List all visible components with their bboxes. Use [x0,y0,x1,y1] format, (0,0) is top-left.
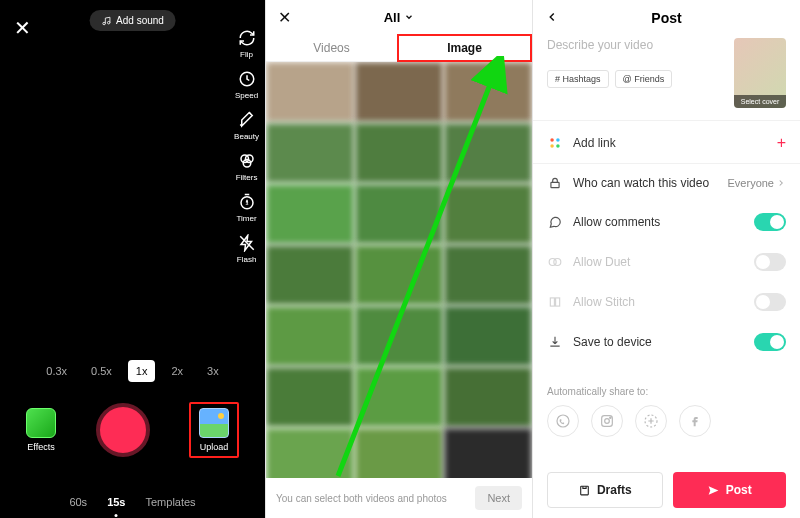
upload-button[interactable]: Upload [199,408,229,452]
sidebar-item-filters[interactable]: Filters [234,151,259,182]
media-cell[interactable] [444,62,532,122]
svg-rect-24 [581,486,589,495]
mode-option[interactable]: 15s [107,496,125,508]
next-button[interactable]: Next [475,486,522,510]
media-cell[interactable] [355,306,443,366]
hashtags-chip[interactable]: # Hashtags [547,70,609,88]
tab-image[interactable]: Image [397,34,532,62]
gallery-picker-screen: ✕ All Videos Image You can select both v… [266,0,533,518]
effects-button[interactable]: Effects [26,408,56,452]
zoom-option[interactable]: 0.5x [83,360,120,382]
record-button[interactable] [96,403,150,457]
cover-thumbnail[interactable]: Select cover [734,38,786,108]
action-bar: Drafts Post [533,462,800,518]
toggle-comments[interactable] [754,213,786,231]
sidebar-item-flash[interactable]: Flash [234,233,259,264]
toggle-stitch[interactable] [754,293,786,311]
mode-option[interactable]: 60s [69,496,87,508]
zoom-option[interactable]: 3x [199,360,227,382]
mode-option[interactable]: Templates [145,496,195,508]
media-cell[interactable] [444,367,532,427]
description-input[interactable]: Describe your video # Hashtags @ Friends [547,38,724,108]
media-cell[interactable] [444,428,532,478]
media-cell[interactable] [355,428,443,478]
picker-hint: You can select both videos and photos [276,493,447,504]
svg-point-0 [102,22,105,25]
picker-header: ✕ All [266,0,532,34]
share-icons [533,405,800,437]
toggle-duet[interactable] [754,253,786,271]
media-cell[interactable] [266,367,354,427]
zoom-option[interactable]: 0.3x [38,360,75,382]
toggle-save[interactable] [754,333,786,351]
media-cell[interactable] [444,245,532,305]
drafts-button[interactable]: Drafts [547,472,663,508]
sidebar-label: Beauty [234,132,259,141]
camera-screen: ✕ Add sound Flip Speed Beauty Filters [0,0,266,518]
sidebar-item-speed[interactable]: Speed [234,69,259,100]
share-more-icon[interactable] [635,405,667,437]
upload-label: Upload [200,442,229,452]
row-add-link[interactable]: Add link + [533,123,800,163]
back-icon[interactable] [545,10,559,24]
flip-icon [237,28,257,48]
media-cell[interactable] [266,306,354,366]
media-cell[interactable] [355,245,443,305]
sidebar-item-flip[interactable]: Flip [234,28,259,59]
svg-point-11 [556,138,560,142]
media-cell[interactable] [355,123,443,183]
sidebar-label: Timer [236,214,256,223]
zoom-option[interactable]: 2x [163,360,191,382]
effects-icon [26,408,56,438]
close-icon[interactable]: ✕ [14,18,31,38]
sidebar-item-beauty[interactable]: Beauty [234,110,259,141]
sidebar-item-timer[interactable]: 3 Timer [234,192,259,223]
add-sound-button[interactable]: Add sound [89,10,176,31]
share-instagram-icon[interactable] [591,405,623,437]
post-button[interactable]: Post [673,472,787,508]
effects-label: Effects [27,442,54,452]
media-cell[interactable] [444,306,532,366]
media-cell[interactable] [266,428,354,478]
media-cell[interactable] [355,62,443,122]
media-cell[interactable] [355,367,443,427]
album-title: All [384,10,401,25]
tab-videos[interactable]: Videos [266,34,397,62]
drafts-icon [578,484,591,497]
music-note-icon [101,16,111,26]
close-icon[interactable]: ✕ [278,8,291,27]
description-row: Describe your video # Hashtags @ Friends… [533,36,800,121]
media-cell[interactable] [444,123,532,183]
row-comments: Allow comments [533,202,800,242]
media-cell[interactable] [266,184,354,244]
lock-icon [547,175,563,191]
share-label: Automatically share to: [533,364,800,405]
camera-controls: Effects Upload [0,402,265,458]
share-facebook-icon[interactable] [679,405,711,437]
row-save: Save to device [533,322,800,362]
post-header: Post [533,0,800,36]
download-icon [547,334,563,350]
svg-point-5 [243,160,251,168]
row-stitch: Allow Stitch [533,282,800,322]
post-label: Post [726,483,752,497]
comment-icon [547,214,563,230]
svg-point-12 [550,144,554,148]
svg-point-19 [557,415,569,427]
zoom-option[interactable]: 1x [128,360,156,382]
svg-rect-17 [550,298,554,306]
media-cell[interactable] [355,184,443,244]
media-grid[interactable] [266,62,532,478]
media-cell[interactable] [266,62,354,122]
friends-chip[interactable]: @ Friends [615,70,673,88]
album-dropdown[interactable]: All [384,10,415,25]
share-whatsapp-icon[interactable] [547,405,579,437]
media-cell[interactable] [444,184,532,244]
svg-text:3: 3 [245,200,248,206]
row-label: Allow Duet [573,255,630,269]
media-cell[interactable] [266,123,354,183]
media-cell[interactable] [266,245,354,305]
filters-icon [237,151,257,171]
row-privacy[interactable]: Who can watch this video Everyone [533,164,800,202]
link-icon [547,135,563,151]
